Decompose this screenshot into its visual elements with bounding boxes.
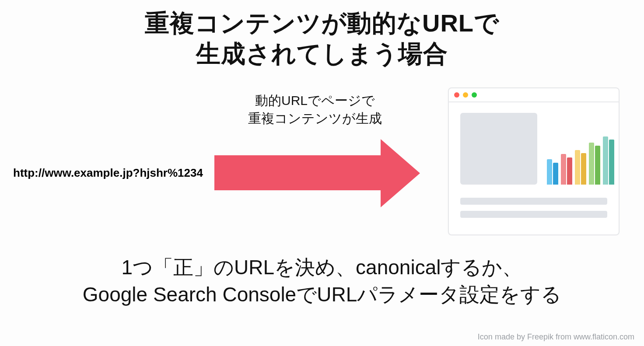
title-line-2: 生成されてしまう場合 xyxy=(0,38,644,69)
chart-bar xyxy=(609,140,614,185)
bar-group xyxy=(547,159,558,185)
browser-viewport xyxy=(449,102,619,122)
bar-group xyxy=(561,154,572,185)
bar-group xyxy=(575,150,586,185)
bar-group xyxy=(603,136,614,185)
bar-group xyxy=(589,143,600,185)
arrow-caption: 動的URLでページで 重複コンテンツが生成 xyxy=(230,92,400,127)
chart-bar xyxy=(575,150,580,185)
title-line-1: 重複コンテンツが動的なURLで xyxy=(0,8,644,38)
chart-bar xyxy=(603,136,608,185)
text-line-placeholder xyxy=(460,198,607,205)
bottom-line-2: Google Search ConsoleでURLパラメータ設定をする xyxy=(0,281,644,308)
close-dot-icon xyxy=(454,92,459,98)
chart-bar xyxy=(581,153,586,185)
chart-bar xyxy=(595,146,600,185)
chart-bar xyxy=(589,143,594,185)
arrow-shaft xyxy=(214,155,381,190)
browser-titlebar xyxy=(449,88,619,102)
slide-title: 重複コンテンツが動的なURLで 生成されてしまう場合 xyxy=(0,8,644,69)
arrow-icon xyxy=(214,139,424,207)
bar-chart-icon xyxy=(547,132,612,185)
slide: 重複コンテンツが動的なURLで 生成されてしまう場合 http://www.ex… xyxy=(0,0,644,346)
image-placeholder xyxy=(460,113,537,185)
icon-credit: Icon made by Freepik from www.flaticon.c… xyxy=(478,332,634,342)
caption-line-2: 重複コンテンツが生成 xyxy=(230,110,400,128)
minimize-dot-icon xyxy=(463,92,468,98)
chart-bar xyxy=(561,154,566,185)
example-url: http://www.example.jp?hjshr%1234 xyxy=(13,166,203,180)
chart-bar xyxy=(547,159,552,185)
browser-window-icon xyxy=(448,87,620,235)
zoom-dot-icon xyxy=(472,92,477,98)
arrow-head xyxy=(381,139,420,207)
caption-line-1: 動的URLでページで xyxy=(230,92,400,110)
text-line-placeholder xyxy=(460,211,607,218)
bottom-line-1: 1つ「正」のURLを決め、canonicalするか、 xyxy=(0,254,644,281)
chart-bar xyxy=(553,163,558,185)
chart-bar xyxy=(567,157,572,185)
slide-bottom-text: 1つ「正」のURLを決め、canonicalするか、 Google Search… xyxy=(0,254,644,308)
